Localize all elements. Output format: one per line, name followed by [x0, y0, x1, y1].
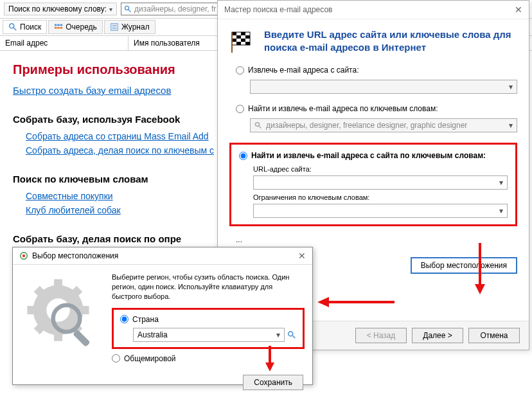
search-icon[interactable] [287, 330, 296, 339]
back-button[interactable]: < Назад [355, 328, 407, 343]
radio-extract-site-label: Извлечь e-mail адреса с сайта: [248, 66, 359, 75]
search-input-value: дизайнеры, designer, fr [134, 4, 216, 13]
radio-worldwide-input[interactable] [112, 354, 120, 363]
svg-rect-4 [55, 24, 57, 26]
location-dialog-title: Выбор местоположения [32, 251, 118, 260]
svg-point-0 [125, 6, 129, 10]
radio-keywords-label: Найти и извлечь e-mail адреса по ключевы… [248, 104, 438, 113]
wizard-title: Мастер поиска e-mail адресов [224, 5, 332, 14]
link-kw2[interactable]: Клуб любителей собак [26, 205, 121, 215]
site-url-combo[interactable]: ▾ [250, 80, 517, 94]
keyword-search-dropdown[interactable]: Поиск по ключевому слову: [4, 3, 117, 15]
svg-line-3 [13, 28, 16, 30]
option-extract-site: Извлечь e-mail адреса с сайта: ▾ [236, 66, 517, 94]
col-email[interactable]: Email адрес [0, 36, 129, 50]
svg-rect-8 [58, 27, 60, 29]
svg-rect-39 [73, 329, 91, 347]
choose-location-button[interactable]: Выбор местоположения [411, 257, 517, 274]
tab-queue[interactable]: Очередь [48, 20, 103, 34]
svg-line-1 [129, 10, 131, 12]
svg-line-41 [292, 335, 295, 337]
radio-site-keywords[interactable]: Найти и извлечь e-mail адреса с сайта по… [239, 151, 508, 160]
close-icon[interactable]: ✕ [298, 251, 306, 261]
log-icon [110, 22, 119, 31]
radio-site-keywords-label: Найти и извлечь e-mail адреса с сайта по… [251, 151, 486, 160]
radio-worldwide[interactable]: Общемировой [112, 354, 305, 363]
svg-rect-15 [232, 32, 236, 35]
cancel-button[interactable]: Отмена [468, 328, 520, 343]
selected-option-highlight: Найти и извлечь e-mail адреса с сайта по… [229, 143, 517, 226]
link-kw1[interactable]: Совместные покупки [26, 191, 113, 201]
svg-rect-29 [54, 279, 62, 289]
svg-point-27 [22, 255, 25, 257]
option-keywords: Найти и извлечь e-mail адреса по ключевы… [236, 104, 517, 132]
tab-log[interactable]: Журнал [104, 20, 155, 34]
svg-point-24 [256, 123, 260, 127]
location-help-text: Выберите регион, чтобы сузить область по… [112, 273, 305, 301]
svg-rect-19 [232, 39, 236, 42]
link-fb2[interactable]: Собрать адреса, делая поиск по ключевым … [26, 145, 214, 156]
location-dialog: Выбор местоположения ✕ Выбер [12, 247, 313, 385]
search-icon [254, 121, 262, 129]
svg-rect-20 [241, 39, 245, 42]
tab-search-label: Поиск [20, 22, 41, 31]
svg-rect-16 [241, 32, 245, 35]
close-icon[interactable]: ✕ [515, 4, 522, 15]
radio-extract-site[interactable]: Извлечь e-mail адреса с сайта: [236, 66, 517, 75]
svg-rect-18 [245, 35, 250, 39]
gear-search-icon [21, 273, 104, 356]
col-username[interactable]: Имя пользователя [129, 36, 218, 50]
radio-country[interactable]: Страна [120, 315, 296, 324]
location-text: ... [236, 235, 517, 244]
queue-icon [54, 22, 63, 31]
keywords-combo[interactable]: дизайнеры, designer, freelance designer,… [250, 118, 517, 132]
location-titlebar[interactable]: Выбор местоположения ✕ [13, 247, 312, 265]
site-url-input[interactable]: ▾ [253, 175, 508, 190]
wizard-heading: Введите URL адрес сайта или ключевые сло… [264, 28, 517, 53]
svg-rect-5 [58, 24, 60, 26]
country-select[interactable]: Australia ▾ [133, 328, 285, 342]
svg-rect-31 [27, 306, 37, 314]
constraint-input[interactable]: ▾ [253, 204, 508, 218]
target-icon [19, 251, 28, 260]
svg-point-40 [288, 331, 293, 336]
svg-line-25 [259, 126, 262, 129]
radio-keywords[interactable]: Найти и извлечь e-mail адреса по ключевы… [236, 104, 517, 113]
country-value: Australia [137, 330, 168, 339]
next-button[interactable]: Далее > [412, 328, 463, 343]
svg-rect-22 [245, 42, 250, 45]
keyword-search-label: Поиск по ключевому слову: [8, 4, 107, 13]
svg-point-2 [10, 24, 14, 28]
svg-rect-9 [60, 27, 63, 29]
radio-extract-site-input[interactable] [236, 66, 244, 75]
chevron-down-icon [109, 4, 112, 13]
svg-rect-6 [60, 24, 63, 26]
radio-country-input[interactable] [120, 315, 129, 323]
radio-site-keywords-input[interactable] [239, 152, 247, 160]
link-quick-create[interactable]: Быстро создать базу email адресов [13, 85, 171, 96]
keywords-combo-value: дизайнеры, designer, freelance designer,… [266, 121, 467, 130]
radio-worldwide-label: Общемировой [124, 354, 176, 363]
tab-queue-label: Очередь [66, 22, 97, 31]
constraint-label: Ограничения по ключевым словам: [253, 193, 508, 201]
url-label: URL-адрес сайта: [253, 165, 508, 173]
svg-rect-17 [236, 35, 241, 39]
radio-country-label: Страна [132, 315, 159, 324]
search-icon [124, 5, 132, 13]
svg-rect-7 [55, 27, 57, 29]
tab-log-label: Журнал [121, 22, 150, 31]
search-icon [8, 22, 17, 31]
tab-search[interactable]: Поиск [3, 20, 47, 34]
svg-rect-21 [236, 42, 241, 45]
country-highlight: Страна Australia ▾ [112, 308, 305, 349]
radio-keywords-input[interactable] [236, 105, 244, 113]
save-button[interactable]: Сохранить [243, 375, 303, 390]
wizard-titlebar[interactable]: Мастер поиска e-mail адресов ✕ [218, 1, 529, 19]
wizard-flag-icon [229, 28, 255, 54]
link-fb1[interactable]: Собрать адреса со страниц Mass Email Add [26, 131, 209, 141]
